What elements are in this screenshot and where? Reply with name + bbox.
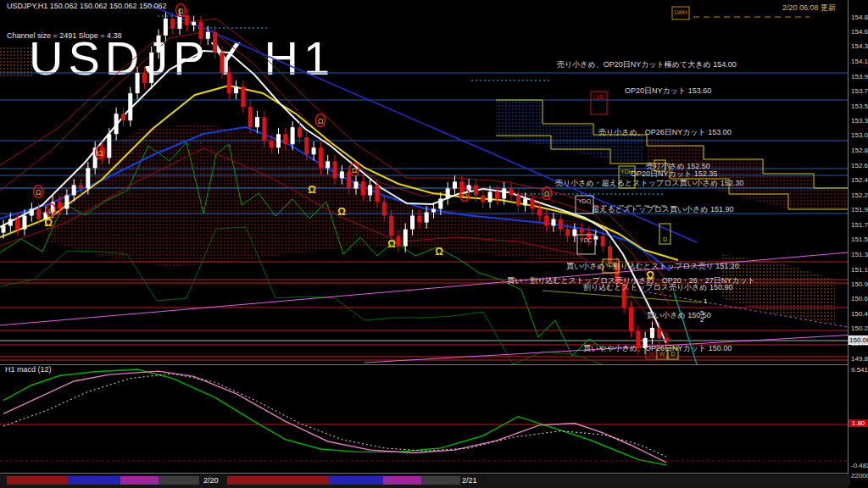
level-box-label: D xyxy=(663,236,667,242)
buy-signal-icon: Ω xyxy=(337,206,346,218)
session-segment xyxy=(329,476,383,485)
price-axis-label: 153.520 xyxy=(851,103,868,110)
price-axis-label: 154.610 xyxy=(851,28,868,36)
candle-body xyxy=(559,219,563,230)
candle-body xyxy=(241,86,245,107)
candle-body xyxy=(665,338,669,341)
session-segment xyxy=(120,476,159,485)
candle-body xyxy=(227,73,231,93)
volume-axis-label: 220000 xyxy=(851,472,868,480)
chart-canvas[interactable]: ΩΩΩΩΩΩΩΩΩΩΩΩΩΩ LWHLMLYDHYDOYDCDYDLMWD152 xyxy=(0,0,868,488)
candle-body xyxy=(565,230,570,236)
candle-body xyxy=(368,185,372,195)
candle-body xyxy=(425,213,429,223)
price-axis-label: 151.335 xyxy=(851,251,868,258)
chart-annotation: 買いやや小さめ、OP26日NYカット 150.00 xyxy=(583,343,732,354)
candle-body xyxy=(206,32,210,39)
level-box-label: LML xyxy=(593,94,605,100)
candle-body xyxy=(86,168,90,188)
candle-body xyxy=(438,198,442,208)
chart-annotation: 売り小さめ・超えるとストップロス買い小さめ 152.30 xyxy=(555,178,743,189)
price-axis[interactable]: 150.062 1.80 154.820154.610154.395154.17… xyxy=(849,0,868,488)
price-axis-label: 151.555 xyxy=(851,236,868,243)
wave-number-mark: 1 xyxy=(704,297,708,305)
price-axis-label: 154.175 xyxy=(851,58,868,65)
candle-body xyxy=(64,195,69,208)
date-label: 2/21 xyxy=(462,476,477,485)
date-label: 2/20 xyxy=(203,476,219,485)
level-box-label: LWH xyxy=(674,9,687,15)
chart-annotation: 買い小さめ 150.50 xyxy=(647,310,711,321)
session-segment xyxy=(383,476,421,485)
candle-body xyxy=(262,117,266,141)
candle-body xyxy=(8,219,13,226)
macd-dotted-line xyxy=(3,374,666,457)
price-axis-label: 151.115 xyxy=(851,266,868,274)
candle-body xyxy=(198,22,203,39)
candle-body xyxy=(502,188,506,198)
candle-body xyxy=(170,19,175,29)
candle-body xyxy=(431,209,436,213)
candle-body xyxy=(537,209,542,216)
sell-signal-glyph: Ω xyxy=(48,207,54,215)
candle-body xyxy=(270,141,274,147)
candle-body xyxy=(593,236,598,240)
macd-indicator xyxy=(0,369,848,465)
candle-body xyxy=(389,216,393,236)
candle-body xyxy=(121,114,125,120)
sell-signal-glyph: Ω xyxy=(36,188,42,197)
price-axis-label: 153.740 xyxy=(851,87,868,95)
candle-body xyxy=(361,181,365,195)
candle-body xyxy=(157,36,161,53)
channel-info-label: Channel size = 2491 Slope = 4.38 xyxy=(7,31,122,40)
candle-body xyxy=(481,195,485,202)
subwindow-separator[interactable] xyxy=(0,364,849,365)
last-updated-label: 2/20 06:08 更新 xyxy=(782,3,836,14)
chart-annotation: 売り小さめ、OP26日NYカット 153.00 xyxy=(598,127,732,138)
candle-body xyxy=(107,134,111,158)
price-axis-label: 152.645 xyxy=(851,162,868,169)
candle-body xyxy=(36,209,41,219)
candle-body xyxy=(629,308,633,331)
candle-body xyxy=(601,236,605,247)
price-axis-label: 154.395 xyxy=(851,42,868,50)
candle-body xyxy=(509,188,514,195)
candle-body xyxy=(58,202,62,208)
candle-body xyxy=(572,230,576,236)
candle-body xyxy=(283,134,287,144)
macd-main-line xyxy=(3,369,666,465)
candle-body xyxy=(72,185,76,195)
candle-body xyxy=(650,328,654,338)
session-segment xyxy=(159,476,199,485)
mt4-chart-window: USDJPY H1 ΩΩΩΩΩΩΩΩΩΩΩΩΩΩ LWHLMLYDHYDOYDC… xyxy=(0,0,868,488)
macd-axis-top: 9.541 xyxy=(851,366,868,374)
price-axis-label: 150.680 xyxy=(851,295,868,302)
candle-body xyxy=(446,188,450,198)
candle-body xyxy=(255,117,259,127)
candle-body xyxy=(340,171,344,178)
price-axis-label: 152.865 xyxy=(851,147,868,154)
sell-signal-glyph: Ω xyxy=(178,7,184,15)
candle-body xyxy=(354,181,359,188)
time-axis[interactable]: 2/202/21 xyxy=(0,474,849,488)
buy-signal-icon: Ω xyxy=(308,184,316,196)
price-axis-label: 152.425 xyxy=(851,176,868,184)
timeline-separator xyxy=(0,473,868,474)
candle-body xyxy=(192,22,196,25)
candle-body xyxy=(495,191,499,198)
session-segment xyxy=(227,476,329,485)
candle-body xyxy=(382,202,387,215)
candle-body xyxy=(657,328,661,338)
candle-body xyxy=(213,32,217,53)
candle-body xyxy=(304,137,309,154)
candle-body xyxy=(234,86,238,93)
candle-body xyxy=(164,19,168,36)
candle-body xyxy=(410,216,415,230)
buy-signal-icon: Ω xyxy=(435,246,443,258)
sell-signal-glyph: Ω xyxy=(544,190,550,198)
candle-body xyxy=(30,209,34,216)
macd-axis-bottom: -0.482 xyxy=(851,462,868,469)
price-axis-label: 153.955 xyxy=(851,73,868,80)
chart-annotation: 超えるとストップロス買い小さめ 151.90 xyxy=(592,204,734,215)
session-segment xyxy=(421,476,460,485)
